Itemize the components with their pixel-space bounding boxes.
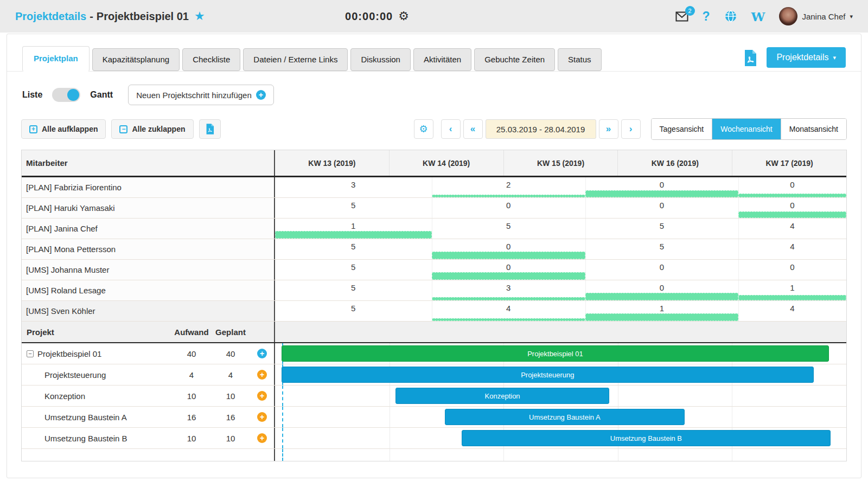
bottom-strip — [22, 449, 846, 461]
tab-list: ProjektplanKapazitätsplanungChecklisteDa… — [22, 46, 602, 71]
tab-status[interactable]: Status — [558, 48, 602, 71]
employee-timeline: 5054 — [275, 239, 846, 259]
week-gridline — [390, 428, 390, 448]
view-monatsansicht[interactable]: Monatsansicht — [781, 119, 846, 139]
expand-all-button[interactable]: + Alle aufklappen — [21, 119, 106, 139]
time-tracker: 00:00:00 — [345, 10, 393, 23]
add-substep-cell: + — [250, 433, 274, 443]
gantt-bar[interactable]: Konzeption — [395, 388, 609, 404]
controls-row: Liste Gantt Neuen Projektschritt hinzufü… — [7, 72, 861, 105]
help-icon: ? — [703, 9, 710, 24]
effort-value: 16 — [172, 413, 211, 422]
capacity-value: 5 — [275, 283, 432, 292]
next-period-button[interactable]: » — [599, 119, 618, 139]
add-substep-button[interactable]: + — [257, 391, 267, 401]
week-header: KW 14 (2019) — [389, 150, 503, 176]
capacity-bar — [432, 195, 585, 197]
toggle-knob — [67, 89, 79, 101]
user-menu[interactable]: Janina Chef ▾ — [779, 7, 853, 25]
prev-period-button[interactable]: « — [463, 119, 483, 139]
employee-timeline: 5414 — [275, 301, 846, 321]
capacity-value: 1 — [585, 304, 738, 313]
breadcrumb-link[interactable]: Projektdetails — [15, 10, 86, 23]
capacity-value: 0 — [585, 262, 738, 272]
project-row-left: −Projektbeispiel 014040+ — [22, 343, 275, 364]
add-project-step-button[interactable]: Neuen Projektschritt hinzufügen + — [128, 85, 274, 105]
project-row-left: Konzeption1010+ — [22, 386, 275, 406]
employee-rows: [PLAN] Fabrizia Fiorentino3200[PLAN] Har… — [22, 177, 846, 322]
add-substep-button[interactable]: + — [257, 370, 267, 380]
capacity-bar — [432, 272, 585, 280]
messages-badge: 2 — [685, 6, 695, 16]
tabs-row: ProjektplanKapazitätsplanungChecklisteDa… — [7, 34, 861, 72]
capacity-value: 3 — [432, 283, 585, 292]
tab-projektplan[interactable]: Projektplan — [22, 46, 90, 72]
list-gantt-toggle[interactable] — [52, 88, 80, 102]
prev-week-button[interactable]: ‹ — [441, 119, 461, 139]
project-timeline: Umsetzung Baustein B — [275, 428, 846, 448]
project-step-label: Umsetzung Baustein A — [44, 413, 127, 422]
employee-row: [UMS] Sven Köhler5414 — [22, 301, 846, 322]
capacity-bar — [585, 190, 738, 197]
gantt-bar[interactable]: Umsetzung Baustein B — [462, 430, 830, 446]
gantt-bar[interactable]: Projektsteuerung — [282, 367, 814, 383]
add-substep-button[interactable]: + — [257, 412, 267, 422]
view-wochenansicht[interactable]: Wochenansicht — [712, 119, 780, 139]
project-timeline: Projektsteuerung — [275, 364, 846, 385]
tab-checkliste[interactable]: Checkliste — [182, 48, 240, 71]
chevron-down-icon: ▾ — [850, 13, 853, 20]
capacity-value: 0 — [432, 201, 585, 210]
capacity-bar — [585, 313, 738, 321]
add-substep-button[interactable]: + — [257, 433, 267, 443]
date-range-field[interactable]: 25.03.2019 - 28.04.2019 — [486, 119, 596, 139]
next-week-button[interactable]: › — [621, 119, 641, 139]
capacity-bar — [738, 194, 846, 197]
effort-column-header: Aufwand — [172, 328, 211, 337]
export-gantt-pdf-button[interactable] — [199, 119, 221, 139]
gantt-bar[interactable]: Projektbeispiel 01 — [282, 345, 829, 362]
planned-value: 4 — [211, 370, 250, 380]
tab-gebuchte-zeiten[interactable]: Gebuchte Zeiten — [474, 48, 555, 71]
capacity-bar — [585, 293, 738, 300]
week-gridline — [503, 449, 504, 461]
tab-dateien-externe-links[interactable]: Dateien / Externe Links — [243, 48, 348, 71]
add-substep-button[interactable]: + — [257, 349, 267, 358]
favorite-star-icon[interactable]: ★ — [194, 9, 205, 23]
tab-kapazit-tsplanung[interactable]: Kapazitätsplanung — [92, 48, 180, 71]
capacity-bar — [432, 297, 585, 300]
capacity-value: 0 — [738, 180, 846, 189]
projektdetails-button[interactable]: Projektdetails ▾ — [767, 47, 846, 68]
project-timeline: Konzeption — [275, 386, 846, 406]
messages-button[interactable]: 2 — [675, 11, 688, 22]
project-row-left: Umsetzung Baustein B1010+ — [22, 428, 275, 448]
capacity-value: 0 — [585, 283, 738, 292]
tab-diskussion[interactable]: Diskussion — [350, 48, 411, 71]
capacity-bar — [432, 318, 585, 321]
capacity-value: 5 — [585, 242, 738, 251]
capacity-value: 1 — [738, 283, 846, 292]
gantt-toolbar: + Alle aufklappen − Alle zuklappen ⚙ ‹ «… — [7, 105, 861, 140]
employee-row: [PLAN] Haruki Yamasaki5000 — [22, 198, 846, 219]
export-pdf-button[interactable] — [743, 49, 758, 67]
gantt-bar[interactable]: Umsetzung Baustein A — [445, 409, 685, 425]
project-rows: −Projektbeispiel 014040+Projektbeispiel … — [22, 343, 846, 449]
employee-name: [UMS] Johanna Muster — [22, 260, 275, 280]
collapse-all-button[interactable]: − Alle zuklappen — [111, 119, 193, 139]
view-tagesansicht[interactable]: Tagesansicht — [652, 119, 712, 139]
gantt-settings-button[interactable]: ⚙ — [414, 119, 433, 139]
capacity-value: 5 — [275, 262, 432, 272]
help-button[interactable]: ? — [703, 9, 710, 24]
collapse-toggle-icon[interactable]: − — [27, 350, 34, 357]
collapse-all-label: Alle zuklappen — [132, 125, 185, 133]
project-step-label: Projektsteuerung — [44, 370, 106, 380]
today-marker-line — [282, 386, 283, 406]
employee-name: [PLAN] Haruki Yamasaki — [22, 198, 275, 218]
language-button[interactable] — [724, 10, 737, 23]
tab-aktivit-ten[interactable]: Aktivitäten — [413, 48, 471, 71]
timer-gear-icon[interactable]: ⚙ — [398, 9, 409, 23]
week-gridline — [390, 407, 390, 427]
week-header: KW 13 (2019) — [275, 150, 389, 176]
effort-value: 10 — [172, 391, 211, 401]
wiki-button[interactable]: W — [751, 9, 765, 24]
capacity-value: 0 — [432, 262, 585, 272]
